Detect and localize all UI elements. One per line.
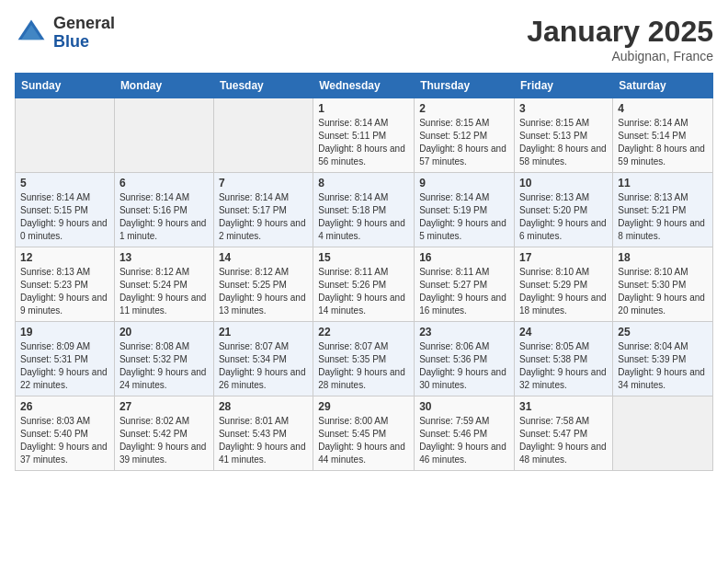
day-number: 26	[20, 400, 109, 413]
weekday-header-monday: Monday	[114, 74, 213, 98]
calendar-cell: 20Sunrise: 8:08 AMSunset: 5:32 PMDayligh…	[114, 322, 213, 396]
day-info: Sunrise: 8:14 AMSunset: 5:11 PMDaylight:…	[318, 118, 405, 167]
day-info: Sunrise: 8:14 AMSunset: 5:15 PMDaylight:…	[20, 192, 108, 241]
location-subtitle: Aubignan, France	[527, 49, 713, 63]
calendar-cell: 21Sunrise: 8:07 AMSunset: 5:34 PMDayligh…	[213, 322, 313, 396]
day-number: 20	[119, 326, 209, 339]
day-number: 19	[20, 326, 109, 339]
calendar-cell: 6Sunrise: 8:14 AMSunset: 5:16 PMDaylight…	[114, 173, 213, 247]
day-number: 18	[618, 251, 708, 264]
day-number: 14	[219, 251, 308, 264]
calendar-cell: 22Sunrise: 8:07 AMSunset: 5:35 PMDayligh…	[313, 322, 415, 396]
calendar-cell: 5Sunrise: 8:14 AMSunset: 5:15 PMDaylight…	[16, 173, 115, 247]
calendar-cell: 17Sunrise: 8:10 AMSunset: 5:29 PMDayligh…	[515, 247, 613, 322]
calendar-cell	[114, 98, 213, 173]
calendar-cell: 23Sunrise: 8:06 AMSunset: 5:36 PMDayligh…	[415, 322, 515, 396]
day-number: 31	[519, 400, 608, 413]
calendar-cell: 27Sunrise: 8:02 AMSunset: 5:42 PMDayligh…	[114, 396, 213, 471]
day-number: 11	[618, 177, 708, 190]
calendar-cell: 9Sunrise: 8:14 AMSunset: 5:19 PMDaylight…	[415, 173, 515, 247]
day-number: 15	[318, 251, 409, 264]
day-info: Sunrise: 7:59 AMSunset: 5:46 PMDaylight:…	[419, 416, 506, 465]
day-info: Sunrise: 8:14 AMSunset: 5:18 PMDaylight:…	[318, 192, 405, 241]
calendar-week-row: 19Sunrise: 8:09 AMSunset: 5:31 PMDayligh…	[16, 322, 713, 396]
weekday-header-row: SundayMondayTuesdayWednesdayThursdayFrid…	[16, 74, 713, 98]
calendar-cell: 31Sunrise: 7:58 AMSunset: 5:47 PMDayligh…	[515, 396, 613, 471]
day-number: 21	[219, 326, 308, 339]
day-info: Sunrise: 8:15 AMSunset: 5:13 PMDaylight:…	[519, 118, 607, 167]
calendar-cell: 14Sunrise: 8:12 AMSunset: 5:25 PMDayligh…	[213, 247, 313, 322]
calendar-cell: 4Sunrise: 8:14 AMSunset: 5:14 PMDaylight…	[613, 98, 713, 173]
day-info: Sunrise: 8:08 AMSunset: 5:32 PMDaylight:…	[119, 341, 207, 390]
day-number: 24	[519, 326, 608, 339]
day-info: Sunrise: 8:11 AMSunset: 5:27 PMDaylight:…	[419, 267, 506, 316]
calendar-cell: 26Sunrise: 8:03 AMSunset: 5:40 PMDayligh…	[16, 396, 115, 471]
day-number: 25	[618, 326, 708, 339]
day-info: Sunrise: 7:58 AMSunset: 5:47 PMDaylight:…	[519, 416, 607, 465]
calendar-cell: 15Sunrise: 8:11 AMSunset: 5:26 PMDayligh…	[313, 247, 415, 322]
day-number: 6	[119, 177, 209, 190]
day-number: 10	[519, 177, 608, 190]
calendar-table: SundayMondayTuesdayWednesdayThursdayFrid…	[15, 73, 713, 471]
day-info: Sunrise: 8:13 AMSunset: 5:21 PMDaylight:…	[618, 192, 705, 241]
day-info: Sunrise: 8:12 AMSunset: 5:25 PMDaylight:…	[219, 267, 306, 316]
day-info: Sunrise: 8:10 AMSunset: 5:29 PMDaylight:…	[519, 267, 607, 316]
calendar-cell	[16, 98, 115, 173]
day-number: 29	[318, 400, 409, 413]
day-info: Sunrise: 8:13 AMSunset: 5:23 PMDaylight:…	[20, 267, 108, 316]
calendar-cell: 19Sunrise: 8:09 AMSunset: 5:31 PMDayligh…	[16, 322, 115, 396]
day-number: 3	[519, 102, 608, 115]
day-info: Sunrise: 8:15 AMSunset: 5:12 PMDaylight:…	[419, 118, 506, 167]
day-info: Sunrise: 8:12 AMSunset: 5:24 PMDaylight:…	[119, 267, 207, 316]
day-info: Sunrise: 8:07 AMSunset: 5:35 PMDaylight:…	[318, 341, 405, 390]
day-number: 9	[419, 177, 509, 190]
calendar-cell: 30Sunrise: 7:59 AMSunset: 5:46 PMDayligh…	[415, 396, 515, 471]
weekday-header-thursday: Thursday	[415, 74, 515, 98]
weekday-header-wednesday: Wednesday	[313, 74, 415, 98]
day-info: Sunrise: 8:00 AMSunset: 5:45 PMDaylight:…	[318, 416, 405, 465]
calendar-cell: 11Sunrise: 8:13 AMSunset: 5:21 PMDayligh…	[613, 173, 713, 247]
day-number: 27	[119, 400, 209, 413]
calendar-week-row: 1Sunrise: 8:14 AMSunset: 5:11 PMDaylight…	[16, 98, 713, 173]
calendar-cell: 1Sunrise: 8:14 AMSunset: 5:11 PMDaylight…	[313, 98, 415, 173]
calendar-week-row: 26Sunrise: 8:03 AMSunset: 5:40 PMDayligh…	[16, 396, 713, 471]
day-number: 1	[318, 102, 409, 115]
day-number: 8	[318, 177, 409, 190]
calendar-cell: 12Sunrise: 8:13 AMSunset: 5:23 PMDayligh…	[16, 247, 115, 322]
calendar-cell	[613, 396, 713, 471]
day-number: 28	[219, 400, 308, 413]
day-info: Sunrise: 8:14 AMSunset: 5:16 PMDaylight:…	[119, 192, 207, 241]
logo: General Blue	[15, 15, 115, 52]
day-info: Sunrise: 8:10 AMSunset: 5:30 PMDaylight:…	[618, 267, 705, 316]
day-number: 13	[119, 251, 209, 264]
weekday-header-friday: Friday	[515, 74, 613, 98]
day-info: Sunrise: 8:04 AMSunset: 5:39 PMDaylight:…	[618, 341, 705, 390]
day-info: Sunrise: 8:14 AMSunset: 5:14 PMDaylight:…	[618, 118, 705, 167]
day-info: Sunrise: 8:03 AMSunset: 5:40 PMDaylight:…	[20, 416, 108, 465]
day-info: Sunrise: 8:14 AMSunset: 5:19 PMDaylight:…	[419, 192, 506, 241]
day-info: Sunrise: 8:13 AMSunset: 5:20 PMDaylight:…	[519, 192, 607, 241]
day-number: 16	[419, 251, 509, 264]
calendar-cell: 3Sunrise: 8:15 AMSunset: 5:13 PMDaylight…	[515, 98, 613, 173]
calendar-cell: 8Sunrise: 8:14 AMSunset: 5:18 PMDaylight…	[313, 173, 415, 247]
day-number: 2	[419, 102, 509, 115]
logo-text: General Blue	[53, 15, 115, 52]
day-number: 23	[419, 326, 509, 339]
weekday-header-tuesday: Tuesday	[213, 74, 313, 98]
weekday-header-saturday: Saturday	[613, 74, 713, 98]
day-info: Sunrise: 8:06 AMSunset: 5:36 PMDaylight:…	[419, 341, 506, 390]
day-number: 30	[419, 400, 509, 413]
logo-general: General	[53, 15, 115, 33]
calendar-cell: 25Sunrise: 8:04 AMSunset: 5:39 PMDayligh…	[613, 322, 713, 396]
weekday-header-sunday: Sunday	[16, 74, 115, 98]
calendar-cell: 16Sunrise: 8:11 AMSunset: 5:27 PMDayligh…	[415, 247, 515, 322]
calendar-cell	[213, 98, 313, 173]
calendar-cell: 29Sunrise: 8:00 AMSunset: 5:45 PMDayligh…	[313, 396, 415, 471]
calendar-cell: 2Sunrise: 8:15 AMSunset: 5:12 PMDaylight…	[415, 98, 515, 173]
day-number: 22	[318, 326, 409, 339]
day-number: 4	[618, 102, 708, 115]
month-title: January 2025	[527, 15, 713, 49]
calendar-cell: 24Sunrise: 8:05 AMSunset: 5:38 PMDayligh…	[515, 322, 613, 396]
day-info: Sunrise: 8:14 AMSunset: 5:17 PMDaylight:…	[219, 192, 306, 241]
page-header: General Blue January 2025 Aubignan, Fran…	[15, 15, 713, 63]
